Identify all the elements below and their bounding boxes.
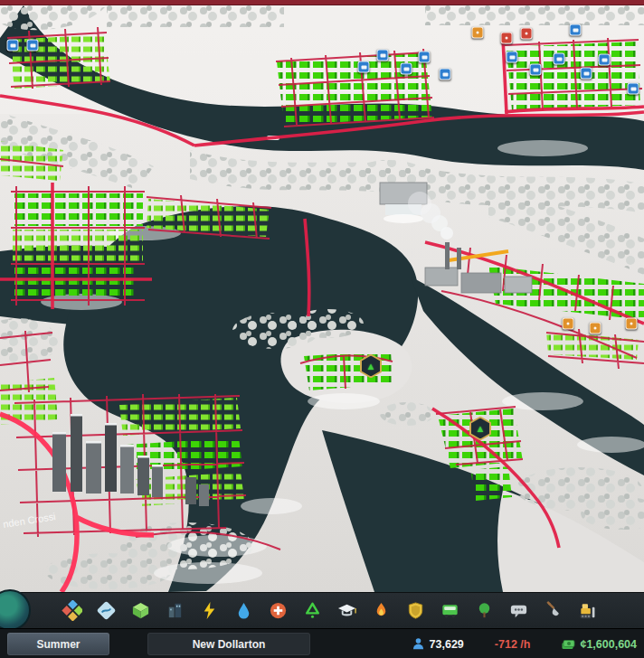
income-readout[interactable]: -712 /h [495,638,531,651]
transit-marker[interactable] [419,52,431,63]
healthcare-icon [268,600,289,621]
transit-marker[interactable] [570,24,582,36]
top-panel-edge [0,0,644,5]
population-icon [412,637,425,651]
toolbar-buttons [58,597,639,625]
toolbar-zones-button[interactable] [58,597,85,625]
population-readout[interactable]: 73,629 [412,637,464,651]
toolbar-police-button[interactable] [402,597,429,625]
bus-icon [440,600,460,621]
main-toolbar [0,592,644,628]
transit-marker[interactable] [401,63,412,75]
zones-icon [62,600,82,621]
flame-icon [371,600,392,621]
bulldozer-button[interactable] [573,597,601,625]
buildings-icon [165,600,185,621]
toolbar-garbage-button[interactable] [298,597,326,625]
bulldozer-icon [577,600,598,621]
city-viewport[interactable]: nden Crossi [0,5,644,592]
transit-marker[interactable] [581,68,592,80]
city-name-label: New Dollarton [193,638,266,651]
toolbar-landscaping-button[interactable] [539,597,566,625]
shield-icon [405,600,426,621]
alert-danger-marker[interactable] [521,28,533,40]
alert-warning-marker[interactable] [563,318,574,330]
progression-button[interactable] [0,589,31,631]
toolbar-education-button[interactable] [333,597,360,625]
level-up-arrow-icon [362,356,380,377]
electricity-icon [199,600,220,621]
transit-marker[interactable] [27,40,39,52]
transit-marker[interactable] [7,40,19,52]
toolbar-water-button[interactable] [230,597,257,625]
money-icon [561,637,575,652]
treasury-readout[interactable]: ¢1,600,604 [561,637,637,652]
transit-marker[interactable] [358,61,370,73]
graduation-cap-icon [336,600,357,621]
game-screen: nden Crossi Summer Ne [0,0,644,658]
chat-bubble-icon [508,600,529,621]
status-readouts: 73,629 -712 /h ¢1,600,604 [412,629,637,658]
recycle-icon [302,600,323,621]
shovel-icon [543,600,564,621]
population-value: 73,629 [430,638,464,651]
transit-marker[interactable] [554,53,565,65]
income-value: -712 /h [495,638,531,651]
toolbar-transport-button[interactable] [436,597,463,625]
areas-icon [130,600,151,621]
treasury-value: ¢1,600,604 [580,638,637,651]
toolbar-parks-button[interactable] [470,597,497,625]
toolbar-buildings-button[interactable] [161,597,188,625]
alert-warning-marker[interactable] [590,323,601,334]
toolbar-fire-button[interactable] [367,597,394,625]
alert-danger-marker[interactable] [501,33,513,44]
transit-marker[interactable] [377,50,389,61]
alert-warning-marker[interactable] [626,318,638,330]
toolbar-communications-button[interactable] [505,597,532,625]
toolbar-healthcare-button[interactable] [264,597,291,625]
roads-icon [96,600,117,621]
city-name-panel[interactable]: New Dollarton [147,633,310,655]
season-indicator[interactable]: Summer [7,633,109,655]
transit-marker[interactable] [628,83,639,95]
level-up-arrow-icon [471,418,489,439]
toolbar-roads-button[interactable] [92,597,119,625]
alert-warning-marker[interactable] [472,27,484,39]
city-scene: nden Crossi [0,5,644,592]
season-label: Summer [36,638,80,651]
tree-icon [474,600,495,621]
transit-marker[interactable] [507,52,518,63]
toolbar-areas-button[interactable] [127,597,154,625]
transit-marker[interactable] [530,64,542,76]
transit-marker[interactable] [440,69,451,80]
water-drop-icon [233,600,254,621]
transit-marker[interactable] [599,54,611,66]
toolbar-electricity-button[interactable] [195,597,223,625]
status-bar: Summer New Dollarton 73,629 -712 /h ¢1,6… [0,628,644,658]
